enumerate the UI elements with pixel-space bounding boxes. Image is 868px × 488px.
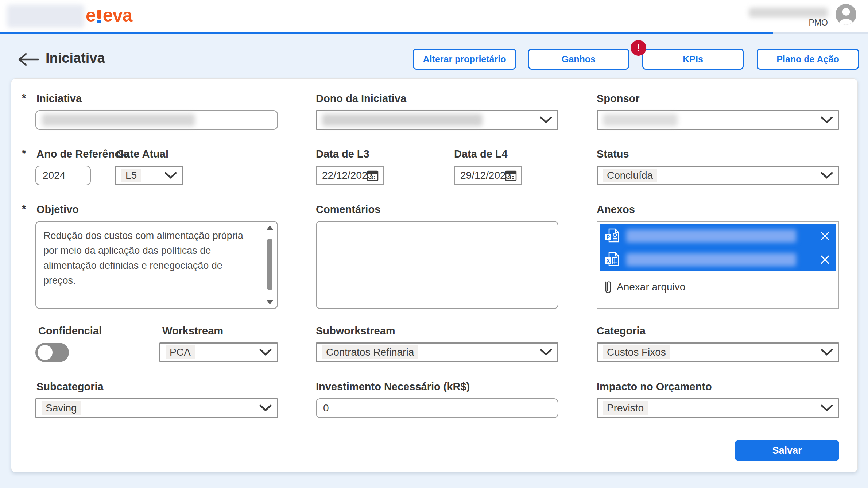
subworkstream-label: Subworkstream — [316, 325, 395, 337]
ganhos-alert-badge: ! — [631, 40, 646, 56]
sponsor-label: Sponsor — [597, 93, 640, 105]
status-label: Status — [597, 148, 629, 160]
calendar-icon — [504, 169, 518, 182]
dono-da-iniciativa-select[interactable] — [316, 110, 558, 130]
investimento-label: Investimento Necessário (kR$) — [316, 381, 470, 393]
subcategoria-label: Subcategoria — [36, 381, 104, 393]
required-marker: * — [22, 203, 26, 215]
page: e eva PMO Iniciativa Alterar proprietári… — [0, 0, 868, 488]
anexos-label: Anexos — [597, 204, 635, 216]
iniciativa-input[interactable] — [35, 110, 278, 130]
attachment-list: P X — [600, 224, 836, 271]
scroll-down-icon[interactable] — [267, 300, 273, 305]
impacto-no-orcamento-select[interactable]: Previsto — [597, 398, 839, 418]
data-de-l3-label: Data de L3 — [316, 148, 369, 160]
chevron-down-icon — [259, 404, 272, 412]
data-de-l3-input[interactable]: 22/12/2023 — [316, 166, 384, 185]
redacted-sponsor-value — [603, 114, 678, 126]
ganhos-button[interactable]: Ganhos — [528, 49, 629, 70]
chevron-down-icon — [259, 349, 272, 356]
objetivo-scrollbar[interactable] — [266, 225, 274, 305]
remove-attachment-icon[interactable] — [819, 254, 830, 265]
anexar-arquivo-link[interactable]: Anexar arquivo — [602, 279, 685, 295]
objetivo-textarea[interactable]: Redução dos custos com alimentação própr… — [35, 221, 278, 309]
header-accent-line — [0, 32, 773, 34]
workstream-select[interactable]: PCA — [159, 342, 278, 362]
categoria-label: Categoria — [597, 325, 646, 337]
required-marker: * — [22, 147, 26, 159]
chevron-down-icon — [164, 172, 177, 179]
confidencial-toggle[interactable] — [35, 343, 69, 362]
gate-atual-label: Gate Atual — [116, 148, 168, 160]
workstream-label: Workstream — [162, 325, 223, 337]
paperclip-icon — [602, 279, 612, 295]
ano-de-referencia-label: * Ano de Referência — [36, 148, 129, 160]
avatar-person-icon — [842, 8, 850, 16]
user-avatar[interactable] — [836, 4, 856, 25]
attachment-row[interactable]: P — [600, 224, 836, 248]
logo-text-left: e — [86, 6, 96, 24]
redacted-company-logo — [7, 5, 84, 28]
gate-atual-select[interactable]: L5 — [115, 166, 183, 185]
dono-da-iniciativa-label: Dono da Iniciativa — [316, 93, 406, 105]
plano-de-acao-button[interactable]: Plano de Ação — [757, 49, 859, 70]
page-title: Iniciativa — [46, 50, 105, 66]
avatar-person-icon — [839, 19, 853, 25]
user-role-label: PMO — [784, 18, 828, 28]
salvar-button[interactable]: Salvar — [735, 440, 839, 461]
attachment-row[interactable]: X — [600, 248, 836, 271]
remove-attachment-icon[interactable] — [819, 231, 830, 241]
back-arrow-icon[interactable] — [16, 52, 40, 67]
investimento-input[interactable]: 0 — [316, 398, 558, 418]
data-de-l4-input[interactable]: 29/12/2023 — [454, 166, 522, 185]
comentarios-label: Comentários — [316, 204, 380, 216]
redacted-attachment-name — [626, 253, 796, 266]
svg-text:X: X — [607, 258, 610, 264]
header-accent-line-end — [773, 32, 868, 34]
impacto-no-orcamento-label: Impacto no Orçamento — [597, 381, 712, 393]
chevron-down-icon — [821, 116, 833, 124]
excel-file-icon: X — [604, 252, 620, 268]
confidencial-label: Confidencial — [38, 325, 102, 337]
toggle-knob — [38, 345, 53, 360]
chevron-down-icon — [821, 172, 833, 179]
logo-text-right: eva — [103, 6, 132, 24]
objetivo-label: * Objetivo — [36, 204, 79, 216]
scrollbar-thumb[interactable] — [267, 239, 272, 290]
svg-text:P: P — [607, 234, 610, 240]
redacted-attachment-name — [626, 229, 796, 243]
categoria-select[interactable]: Custos Fixos — [597, 342, 839, 362]
kpis-button[interactable]: KPIs — [642, 49, 744, 70]
subworkstream-select[interactable]: Contratos Refinaria — [316, 342, 558, 362]
chevron-down-icon — [540, 116, 552, 124]
status-select[interactable]: Concluída — [597, 166, 839, 185]
sponsor-select[interactable] — [597, 110, 839, 130]
top-bar: e eva PMO — [0, 0, 868, 32]
ano-de-referencia-input[interactable]: 2024 — [35, 166, 91, 185]
logo-exclamation-icon — [97, 10, 101, 23]
chevron-down-icon — [821, 349, 833, 356]
redacted-iniciativa-value — [42, 114, 195, 126]
redacted-user-name — [749, 8, 828, 18]
iniciativa-label: * Iniciativa — [36, 93, 82, 105]
comentarios-textarea[interactable] — [316, 221, 558, 309]
scroll-up-icon[interactable] — [267, 225, 273, 230]
chevron-down-icon — [540, 349, 552, 356]
subcategoria-select[interactable]: Saving — [35, 398, 278, 418]
required-marker: * — [22, 92, 26, 104]
alterar-proprietario-button[interactable]: Alterar proprietário — [413, 49, 516, 70]
anexos-box: P X — [597, 221, 839, 309]
chevron-down-icon — [821, 404, 833, 412]
redacted-dono-value — [322, 114, 483, 126]
eleva-logo: e eva — [86, 6, 132, 24]
powerpoint-file-icon: P — [604, 228, 620, 244]
data-de-l4-label: Data de L4 — [454, 148, 508, 160]
calendar-icon — [366, 169, 379, 182]
